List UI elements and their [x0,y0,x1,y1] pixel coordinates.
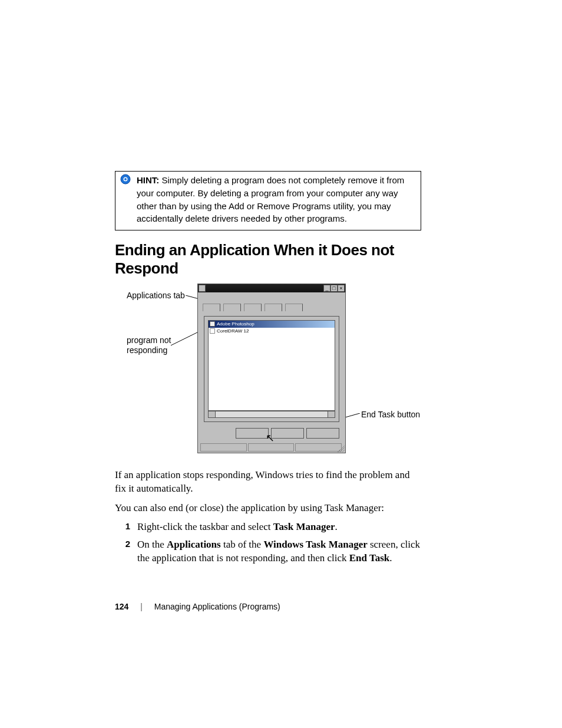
step-item: 2 On the Applications tab of the Windows… [115,538,421,566]
step-text: On the Applications tab of the Windows T… [137,538,421,566]
svg-point-2 [124,178,127,180]
figure-area: Applications tab program not responding … [115,284,421,460]
status-cell [295,443,342,452]
close-button[interactable]: × [338,285,345,292]
minimize-button[interactable]: _ [323,285,330,292]
scroll-left-icon[interactable] [209,411,216,417]
step-item: 1 Right-click the taskbar and select Tas… [115,520,421,534]
hint-icon [120,174,132,188]
list-item[interactable]: CorelDRAW 12 [209,328,335,335]
chapter-title: Managing Applications (Programs) [154,602,280,611]
system-menu-icon[interactable] [199,285,206,292]
resize-grip-icon[interactable] [338,445,345,452]
status-cell [248,443,295,452]
title-bar[interactable]: _ □ × [198,284,345,292]
tab-users[interactable] [285,304,303,311]
paragraph: You can also end (or close) the applicat… [115,502,421,515]
cursor-icon: ↖ [266,433,275,443]
page-footer: 124 | Managing Applications (Programs) [115,602,280,611]
list-item-label: CorelDRAW 12 [217,328,249,334]
menu-bar[interactable] [198,292,345,301]
tab-applications[interactable] [203,304,220,311]
maximize-button[interactable]: □ [330,285,338,292]
hint-body: Simply deleting a program does not compl… [137,175,404,223]
client-area: Adobe Photoshop CorelDRAW 12 [204,316,339,422]
end-task-button[interactable] [236,428,269,439]
paragraph: If an application stops responding, Wind… [115,469,421,496]
step-number: 2 [115,538,130,566]
step-text: Right-click the taskbar and select Task … [137,520,421,534]
tab-networking[interactable] [265,304,282,311]
hint-text: HINT: Simply deleting a program does not… [137,174,416,225]
step-list: 1 Right-click the taskbar and select Tas… [115,520,421,565]
horizontal-scrollbar[interactable] [208,411,335,418]
hint-label: HINT: [137,175,159,185]
applications-list[interactable]: Adobe Photoshop CorelDRAW 12 [208,320,335,411]
footer-separator: | [140,602,143,611]
task-manager-window: _ □ × Adobe Photoshop [197,284,346,453]
tab-processes[interactable] [223,304,241,311]
new-task-button[interactable] [306,428,339,439]
step-number: 1 [115,520,130,534]
tab-strip [198,303,345,311]
tab-performance[interactable] [244,304,262,311]
list-item[interactable]: Adobe Photoshop [209,321,335,328]
status-cell [200,443,247,452]
switch-to-button[interactable] [271,428,304,439]
scroll-right-icon[interactable] [328,411,335,417]
app-icon [210,321,215,327]
list-item-label: Adobe Photoshop [217,321,254,327]
app-icon [210,328,215,334]
page-number: 124 [115,602,128,611]
status-bar [200,443,343,452]
section-heading: Ending an Application When it Does not R… [115,241,421,278]
callout-end-task-button: End Task button [361,410,420,420]
hint-box: HINT: Simply deleting a program does not… [115,171,421,230]
callout-applications-tab: Applications tab [127,291,185,301]
